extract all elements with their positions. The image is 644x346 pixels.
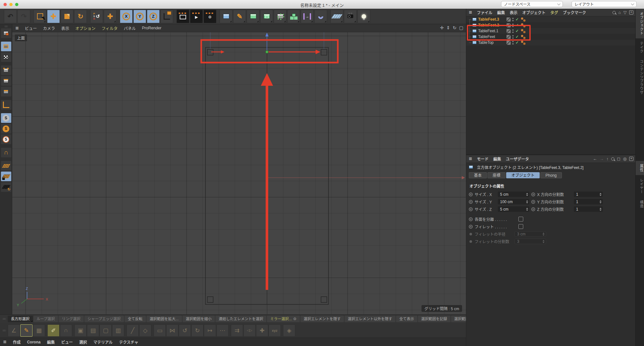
viewport-menu-filter[interactable]: フィルタ — [101, 25, 118, 31]
hide-selected-button[interactable]: 選択エレメントを隠す — [300, 316, 344, 322]
align-normals-tool[interactable]: ↦ — [204, 324, 216, 337]
viewport-menu-view[interactable]: ビュー — [25, 25, 37, 31]
spline-arc-tool[interactable]: ∠ — [8, 324, 20, 337]
layout-select[interactable]: レイアウト — [572, 1, 637, 7]
extrude-object-button[interactable] — [260, 10, 273, 23]
bevel-tool[interactable]: ▣ — [74, 324, 87, 337]
live-selection-button[interactable] — [33, 10, 46, 23]
viewport-menu-options[interactable]: オプション — [75, 25, 96, 31]
redo-button[interactable]: ↷ — [17, 10, 30, 23]
viewport-menu-display[interactable]: 表示 — [61, 25, 69, 31]
om-menu-file[interactable]: ファイル — [477, 10, 492, 15]
menu-select[interactable]: 選択 — [79, 339, 87, 345]
palette-drag-handle[interactable] — [3, 330, 6, 331]
lock-z-axis-button[interactable]: Z — [147, 10, 160, 23]
magnet-snap-button[interactable]: ∩ — [1, 148, 11, 157]
object-axis-mode-button[interactable] — [1, 100, 11, 110]
grow-selection-button[interactable]: 選択範囲を拡大... — [147, 316, 182, 322]
viewport-canvas[interactable]: Z X Y 上面 グリッド間隔 : 5 cm — [12, 32, 466, 314]
show-all-button[interactable]: 全て表示 — [396, 316, 417, 322]
viewport-menu-prorender[interactable]: ProRender — [142, 26, 161, 30]
am-menu-mode[interactable]: モード — [477, 156, 488, 162]
shrink-selection-button[interactable]: 選択範囲を縮小 — [183, 316, 215, 322]
points-mode-button[interactable] — [1, 65, 11, 75]
snap-settings-button[interactable]: S — [1, 124, 11, 133]
polygon-pen-tool[interactable]: ✎ — [20, 324, 33, 337]
object-name[interactable]: TableFeet.3 — [478, 17, 507, 22]
menu-material[interactable]: マテリアル — [93, 339, 113, 345]
viewport-menu-camera[interactable]: カメラ — [43, 25, 55, 31]
tab-phong[interactable]: Phong — [540, 172, 562, 178]
rotate-edge-ccw-tool[interactable]: ↻ — [191, 324, 204, 337]
menu-corona[interactable]: Corona — [27, 340, 41, 344]
phong-tag-icon[interactable] — [521, 17, 523, 20]
stepper-icon[interactable] — [526, 193, 528, 196]
tab-basic[interactable]: 基本 — [469, 172, 487, 178]
visibility-dots-icon[interactable] — [512, 41, 514, 42]
enable-snap-button[interactable]: S — [1, 113, 11, 123]
light-button[interactable] — [357, 10, 370, 23]
symmetry-button[interactable]: → — [301, 10, 314, 23]
object-row-tablefeet3[interactable]: TableFeet.3 ✓ — [466, 16, 635, 22]
loop-selection-button[interactable]: ループ選択 — [33, 316, 58, 322]
keyframe-dot-icon[interactable] — [531, 207, 535, 211]
polygons-mode-button[interactable] — [1, 87, 11, 96]
slide-tool[interactable]: ▭ — [154, 324, 166, 337]
undo-button[interactable]: ↶ — [4, 10, 17, 23]
stitch-and-sew-tool[interactable]: ⋈ — [166, 324, 178, 337]
workplane-button[interactable] — [1, 161, 11, 171]
am-menu-userdata[interactable]: ユーザデータ — [506, 156, 529, 162]
tab-object[interactable]: オブジェクト — [506, 172, 540, 178]
keyframe-dot-icon[interactable] — [531, 193, 535, 196]
palette-drag-handle[interactable] — [3, 318, 6, 320]
tab-content-browser[interactable]: コンテンツブラウザ — [636, 56, 644, 98]
make-editable-button[interactable] — [1, 28, 11, 38]
render-settings-button[interactable]: ⚙ — [204, 10, 216, 23]
stepper-icon[interactable] — [526, 200, 528, 203]
stepper-icon[interactable] — [600, 208, 601, 211]
lock-workplane-button[interactable] — [1, 172, 11, 181]
table-foot-bottom-right[interactable] — [321, 297, 327, 302]
mirror-selection-button[interactable]: ミラー選択...⚙ — [267, 316, 300, 322]
size-z-input[interactable]: 5 cm — [498, 206, 529, 212]
stepper-icon[interactable] — [526, 208, 528, 211]
sharp-edge-selection-button[interactable]: シャープエッジ選択 — [84, 316, 124, 322]
tessellate-tool[interactable]: ▦ — [33, 324, 45, 337]
viewport-menu-panel[interactable]: パネル — [124, 25, 136, 31]
separate-faces-checkbox[interactable] — [518, 217, 523, 222]
render-view-button[interactable] — [176, 10, 189, 23]
knife-tool[interactable]: ╱ — [127, 324, 139, 337]
floor-button[interactable] — [330, 10, 343, 23]
rotate-edge-tool[interactable]: ↺ — [179, 324, 191, 337]
object-manager-menu-icon[interactable]: ≡ — [469, 10, 472, 15]
keyframe-dot-icon[interactable] — [469, 225, 473, 229]
menu-texture[interactable]: テクスチャ — [119, 339, 138, 345]
object-name[interactable]: TableTop — [478, 40, 507, 45]
toggle-view-icon[interactable]: ▢ — [459, 25, 463, 30]
stepper-icon[interactable] — [600, 200, 601, 203]
brush-tool[interactable]: ✐ — [47, 324, 60, 337]
segments-x-input[interactable]: 1 — [574, 192, 603, 197]
bridge-tool[interactable]: ▥ — [112, 324, 124, 337]
forward-arrow-icon[interactable]: → — [600, 156, 604, 161]
tab-coordinates[interactable]: 座標 — [488, 172, 506, 178]
palette-drag-handle[interactable] — [5, 25, 8, 27]
zoom-view-icon[interactable]: ⇕ — [446, 25, 450, 30]
om-menu-view[interactable]: 表示 — [510, 10, 517, 15]
workplane-axis-button[interactable] — [160, 10, 173, 23]
axis-transform-tool[interactable]: ✚ — [256, 324, 268, 337]
subdivision-surface-button[interactable] — [247, 10, 260, 23]
phong-tag-icon[interactable] — [521, 41, 523, 43]
pen-spline-button[interactable]: ✎ — [233, 10, 246, 23]
keyframe-dot-icon[interactable] — [531, 200, 535, 204]
rotate-view-icon[interactable]: ↻ — [453, 25, 457, 30]
scale-tool-button[interactable] — [61, 10, 73, 23]
snap-3d-button[interactable]: S — [1, 134, 11, 144]
visibility-dots-icon[interactable] — [512, 18, 514, 19]
size-x-input[interactable]: 5 cm — [498, 192, 529, 197]
menu-view[interactable]: ビュー — [61, 339, 73, 345]
bend-deformer-button[interactable] — [314, 10, 327, 23]
table-foot-bottom-left[interactable] — [207, 297, 213, 302]
enabled-check-icon[interactable]: ✓ — [516, 40, 519, 45]
workplane-rotate-button[interactable]: ↻ — [1, 182, 11, 192]
